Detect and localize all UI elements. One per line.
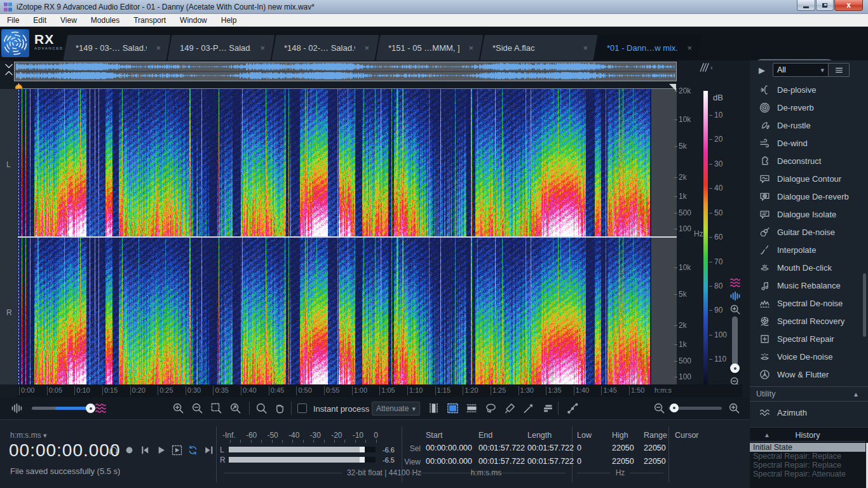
magnifier-icon[interactable] <box>255 402 268 414</box>
zoom-out-icon[interactable] <box>191 402 203 414</box>
time-frequency-selection-icon[interactable] <box>447 402 459 414</box>
file-tab[interactable]: *149 - 03-… Salad.wav × <box>65 35 168 60</box>
brush-icon[interactable] <box>504 402 516 414</box>
window-titlebar[interactable]: iZotope RX 9 Advanced Audio Editor - 01 … <box>0 0 868 14</box>
time-display[interactable]: 00:00:00.000 <box>9 440 121 461</box>
tab-close-icon[interactable]: × <box>260 43 273 53</box>
chevron-up-icon[interactable] <box>3 69 15 76</box>
zoom-fit-icon[interactable] <box>229 402 241 414</box>
horizontal-zoom-slider[interactable] <box>668 407 722 410</box>
menu-item[interactable]: Edit <box>26 14 53 27</box>
blend-knob[interactable] <box>86 403 95 413</box>
chevron-down-icon[interactable] <box>3 62 15 69</box>
zoom-in-icon[interactable] <box>172 402 184 414</box>
sidebar-scrollbar[interactable] <box>863 273 866 337</box>
tab-scroll-left-icon[interactable]: ‹ <box>710 64 713 71</box>
utility-collapse-icon[interactable]: ▲ <box>853 391 859 398</box>
history-item[interactable]: Spectral Repair: Replace <box>750 452 865 461</box>
horizontal-zoom-out-icon[interactable] <box>653 402 665 414</box>
module-item[interactable]: Mouth De-click <box>750 259 868 276</box>
history-header[interactable]: ▲ History <box>750 430 865 442</box>
overview-waveform[interactable] <box>14 62 677 81</box>
restore-button[interactable] <box>816 0 834 11</box>
history-item[interactable]: Spectral Repair: Replace <box>750 461 865 470</box>
module-item[interactable]: De-plosive <box>750 81 868 98</box>
time-format-selector[interactable]: h:m:s.ms ▾ <box>10 431 47 440</box>
file-tab[interactable]: 149 - 03-P… Salad.wav × <box>170 35 273 60</box>
waveform-view-icon[interactable] <box>11 402 23 414</box>
time-ruler[interactable]: 0:000:050:100:150:200:250:300:350:400:45… <box>18 384 742 397</box>
menu-item[interactable]: File <box>0 14 26 27</box>
process-mode-dropdown[interactable]: Attenuate ▾ <box>372 402 420 416</box>
time-selection-icon[interactable] <box>428 402 440 414</box>
tab-close-icon[interactable]: × <box>687 43 700 53</box>
vertical-zoom-knob[interactable] <box>730 363 740 373</box>
tab-overflow[interactable]: ‹ <box>699 62 713 73</box>
history-item[interactable]: Initial State <box>750 443 865 452</box>
magic-wand-icon[interactable] <box>523 402 535 414</box>
history-item[interactable]: Spectral Repair: Attenuate <box>750 470 865 478</box>
module-item[interactable]: Wow & Flutter <box>750 365 868 383</box>
spectrogram-waveform-blend-slider[interactable] <box>32 407 90 410</box>
module-item[interactable]: De-rustle <box>750 116 868 134</box>
spectrogram-view-icon[interactable] <box>95 402 107 414</box>
node-curve-icon[interactable] <box>567 402 579 414</box>
horizontal-zoom-in-icon[interactable] <box>728 402 740 414</box>
frequency-selection-icon[interactable] <box>466 402 478 414</box>
tab-close-icon[interactable]: × <box>364 43 377 53</box>
module-filter-dropdown[interactable]: All ▾ <box>773 63 829 77</box>
menu-item[interactable]: Help <box>214 14 244 27</box>
module-item[interactable]: Music Rebalance <box>750 276 868 294</box>
overview-canvas[interactable] <box>15 62 676 81</box>
module-item[interactable]: De-reverb <box>750 98 868 116</box>
headphones-icon[interactable] <box>108 445 119 456</box>
close-button[interactable]: x <box>834 0 863 11</box>
tab-close-icon[interactable]: × <box>583 43 595 53</box>
previous-icon[interactable] <box>140 445 151 456</box>
waveform-view-icon[interactable] <box>729 290 741 302</box>
amplitude-colorbar[interactable] <box>703 91 708 384</box>
utility-section-header[interactable]: Utility ▲ <box>750 386 868 402</box>
hand-icon[interactable] <box>274 402 286 414</box>
zoom-selection-icon[interactable] <box>210 402 222 414</box>
instant-process-checkbox[interactable] <box>297 403 307 413</box>
menu-item[interactable]: Window <box>173 14 214 27</box>
file-tab[interactable]: *151 - 05 …MMM, ].wav × <box>378 35 481 60</box>
module-item[interactable]: Voice De-noise <box>750 348 868 365</box>
lasso-icon[interactable] <box>485 402 497 414</box>
horizontal-zoom-knob[interactable] <box>670 403 679 412</box>
tab-close-icon[interactable]: × <box>468 43 481 53</box>
menu-item[interactable]: Modules <box>84 14 126 27</box>
file-tab[interactable]: *148 - 02-… Salad.wav × <box>274 35 377 60</box>
module-item[interactable]: Spectral De-noise <box>750 294 868 312</box>
vertical-zoom-slider[interactable] <box>732 316 738 370</box>
module-item[interactable]: Dialogue Contour <box>750 170 868 187</box>
preview-play-icon[interactable]: ▶ <box>759 65 765 75</box>
module-item[interactable]: Deconstruct <box>750 152 868 170</box>
spectrogram-view-icon[interactable] <box>729 277 741 288</box>
module-item[interactable]: Interpolate <box>750 241 868 259</box>
module-list-menu-button[interactable] <box>829 63 850 77</box>
menu-item[interactable]: Transport <box>126 14 173 27</box>
loop-icon[interactable] <box>187 445 198 456</box>
module-item[interactable]: Guitar De-noise <box>750 223 868 241</box>
module-item[interactable]: De-wind <box>750 134 868 152</box>
play-selection-icon[interactable] <box>172 445 182 456</box>
play-icon[interactable] <box>156 445 166 456</box>
module-item[interactable]: Dialogue Isolate <box>750 205 868 223</box>
flatten-icon[interactable] <box>542 402 554 414</box>
menu-item[interactable]: View <box>53 14 84 27</box>
zoom-in-icon[interactable] <box>729 304 741 315</box>
module-item[interactable]: Dialogue De-reverb <box>750 187 868 205</box>
module-item[interactable]: Spectral Repair <box>750 330 868 348</box>
module-item[interactable]: Spectral Recovery <box>750 312 868 330</box>
module-item[interactable]: Azimuth <box>750 403 868 421</box>
go-to-end-icon[interactable] <box>203 445 214 456</box>
minimize-button[interactable] <box>797 0 815 11</box>
record-icon[interactable] <box>124 445 135 456</box>
tab-close-icon[interactable]: × <box>156 43 168 53</box>
tab-overflow-icon[interactable] <box>699 62 710 73</box>
file-tab[interactable]: *Side A.flac × <box>482 35 595 60</box>
panel-resize-handle[interactable] <box>669 84 676 91</box>
file-tab[interactable]: *01 - Dann…w mix.wav × <box>597 35 700 60</box>
